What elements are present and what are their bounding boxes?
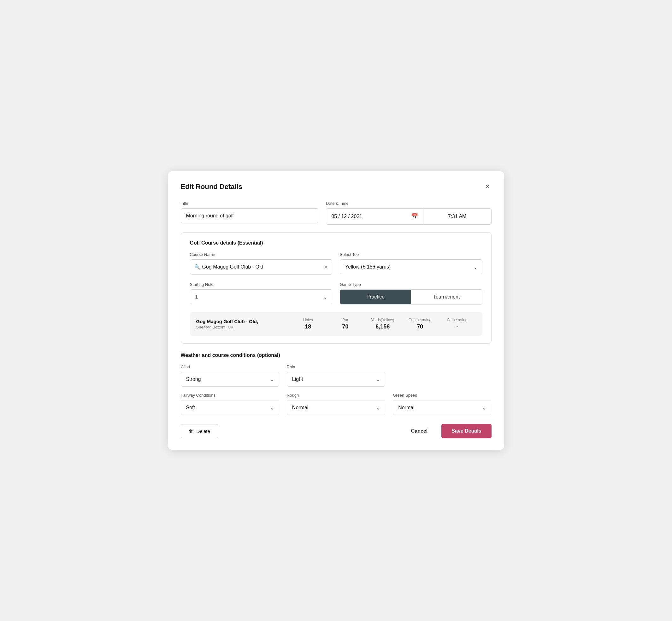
golf-course-section: Golf Course details (Essential) Course N… <box>181 232 492 344</box>
course-name-search-wrap: 🔍 ✕ <box>190 259 333 275</box>
time-field[interactable]: 7:31 AM <box>423 208 492 225</box>
modal-title: Edit Round Details <box>181 183 243 191</box>
holes-value: 18 <box>305 323 311 330</box>
slope-rating-label: Slope rating <box>447 318 467 322</box>
green-speed-group: Green Speed SlowNormalFast ⌄ <box>393 393 491 415</box>
course-rating-stat: Course rating 70 <box>401 318 438 330</box>
date-field[interactable]: 05 / 12 / 2021 📅 <box>326 208 423 225</box>
fairway-label: Fairway Conditions <box>181 393 279 398</box>
time-value: 7:31 AM <box>448 214 467 219</box>
rain-group: Rain NoneLightModerateHeavy ⌄ <box>287 365 385 386</box>
wind-dropdown[interactable]: NoneLightModerateStrong <box>181 372 279 386</box>
title-label: Title <box>181 201 319 206</box>
select-tee-wrap: Yellow (6,156 yards) White (6,500 yards)… <box>340 259 482 274</box>
fairway-dropdown[interactable]: FirmNormalSoft <box>181 400 279 415</box>
starting-hole-dropdown[interactable]: 1234 5678 910 <box>190 289 333 304</box>
datetime-label: Date & Time <box>326 201 491 206</box>
golf-course-section-title: Golf Course details (Essential) <box>190 240 482 246</box>
green-speed-label: Green Speed <box>393 393 491 398</box>
weather-section: Weather and course conditions (optional)… <box>181 353 492 415</box>
starting-hole-group: Starting Hole 1234 5678 910 ⌄ <box>190 282 333 304</box>
slope-rating-stat: Slope rating - <box>438 318 476 330</box>
wind-rain-row: Wind NoneLightModerateStrong ⌄ Rain None… <box>181 365 492 386</box>
course-info-box: Gog Magog Golf Club - Old, Shelford Bott… <box>190 312 482 336</box>
trash-icon: 🗑 <box>189 428 194 434</box>
delete-button[interactable]: 🗑 Delete <box>181 424 218 438</box>
starting-hole-wrap: 1234 5678 910 ⌄ <box>190 289 333 304</box>
slope-rating-value: - <box>456 323 458 330</box>
select-tee-dropdown[interactable]: Yellow (6,156 yards) White (6,500 yards)… <box>340 259 482 274</box>
game-type-label: Game Type <box>340 282 482 287</box>
course-tee-row: Course Name 🔍 ✕ Select Tee Yellow (6,156… <box>190 252 482 275</box>
practice-button[interactable]: Practice <box>340 290 411 304</box>
rough-wrap: ShortNormalLong ⌄ <box>287 400 385 415</box>
wind-wrap: NoneLightModerateStrong ⌄ <box>181 372 279 386</box>
course-info-location: Shelford Bottom, UK <box>196 325 290 329</box>
delete-label: Delete <box>197 428 210 434</box>
course-info-name: Gog Magog Golf Club - Old, <box>196 319 290 324</box>
date-time-row: 05 / 12 / 2021 📅 7:31 AM <box>326 208 491 225</box>
course-name-group: Course Name 🔍 ✕ <box>190 252 333 275</box>
rain-wrap: NoneLightModerateHeavy ⌄ <box>287 372 385 386</box>
title-input[interactable] <box>181 208 319 223</box>
green-speed-wrap: SlowNormalFast ⌄ <box>393 400 491 415</box>
par-label: Par <box>342 318 348 322</box>
par-value: 70 <box>342 323 349 330</box>
yards-stat: Yards(Yellow) 6,156 <box>364 318 401 330</box>
hole-gametype-row: Starting Hole 1234 5678 910 ⌄ Game Type … <box>190 282 482 304</box>
save-button[interactable]: Save Details <box>442 424 491 438</box>
footer-row: 🗑 Delete Cancel Save Details <box>181 421 492 438</box>
holes-stat: Holes 18 <box>289 318 327 330</box>
weather-section-title: Weather and course conditions (optional) <box>181 353 492 358</box>
course-info-name-block: Gog Magog Golf Club - Old, Shelford Bott… <box>196 319 290 329</box>
game-type-toggle: Practice Tournament <box>340 289 482 304</box>
holes-label: Holes <box>303 318 313 322</box>
course-name-input[interactable] <box>190 259 333 275</box>
rough-label: Rough <box>287 393 385 398</box>
select-tee-group: Select Tee Yellow (6,156 yards) White (6… <box>340 252 482 275</box>
green-speed-dropdown[interactable]: SlowNormalFast <box>393 400 491 415</box>
clear-icon[interactable]: ✕ <box>324 264 328 270</box>
rough-dropdown[interactable]: ShortNormalLong <box>287 400 385 415</box>
conditions-row: Fairway Conditions FirmNormalSoft ⌄ Roug… <box>181 393 492 415</box>
yards-value: 6,156 <box>375 323 390 330</box>
title-group: Title <box>181 201 319 225</box>
fairway-group: Fairway Conditions FirmNormalSoft ⌄ <box>181 393 279 415</box>
wind-label: Wind <box>181 365 279 369</box>
close-button[interactable]: × <box>484 183 492 191</box>
edit-round-modal: Edit Round Details × Title Date & Time 0… <box>168 171 504 450</box>
datetime-group: Date & Time 05 / 12 / 2021 📅 7:31 AM <box>326 201 491 225</box>
course-rating-value: 70 <box>417 323 423 330</box>
wind-group: Wind NoneLightModerateStrong ⌄ <box>181 365 279 386</box>
yards-label: Yards(Yellow) <box>371 318 394 322</box>
starting-hole-label: Starting Hole <box>190 282 333 287</box>
modal-header: Edit Round Details × <box>181 183 492 191</box>
course-name-label: Course Name <box>190 252 333 257</box>
rough-group: Rough ShortNormalLong ⌄ <box>287 393 385 415</box>
title-datetime-row: Title Date & Time 05 / 12 / 2021 📅 7:31 … <box>181 201 492 225</box>
course-rating-label: Course rating <box>409 318 431 322</box>
select-tee-label: Select Tee <box>340 252 482 257</box>
cancel-button[interactable]: Cancel <box>405 424 434 438</box>
par-stat: Par 70 <box>327 318 364 330</box>
search-icon: 🔍 <box>194 264 200 270</box>
spacer <box>393 365 491 386</box>
rain-dropdown[interactable]: NoneLightModerateHeavy <box>287 372 385 386</box>
fairway-wrap: FirmNormalSoft ⌄ <box>181 400 279 415</box>
date-value: 05 / 12 / 2021 <box>331 214 362 219</box>
tournament-button[interactable]: Tournament <box>411 290 482 304</box>
rain-label: Rain <box>287 365 385 369</box>
footer-right: Cancel Save Details <box>405 424 492 438</box>
game-type-group: Game Type Practice Tournament <box>340 282 482 304</box>
calendar-icon: 📅 <box>411 213 418 220</box>
